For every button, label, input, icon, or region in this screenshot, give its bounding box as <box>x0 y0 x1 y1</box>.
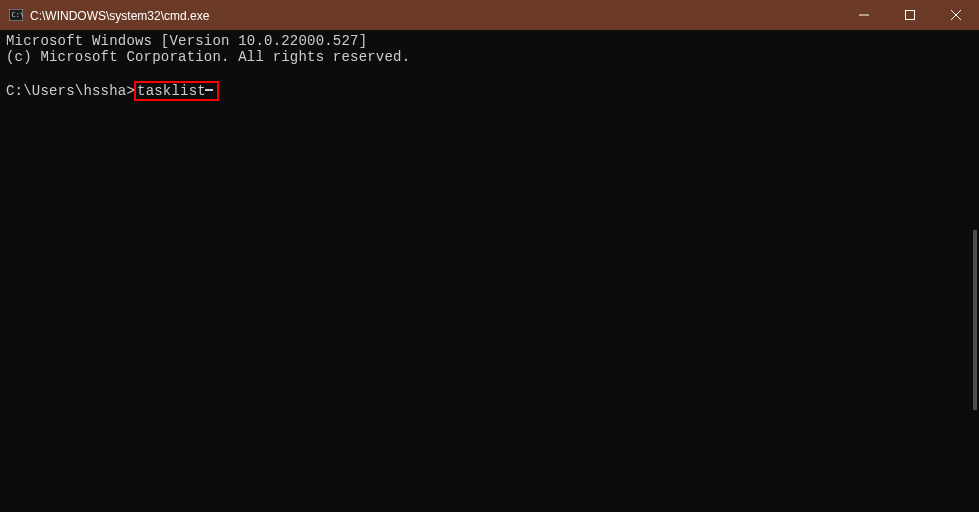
minimize-button[interactable] <box>841 0 887 30</box>
maximize-button[interactable] <box>887 0 933 30</box>
command-highlight: tasklist <box>134 81 219 101</box>
blank-line <box>6 65 973 81</box>
version-line: Microsoft Windows [Version 10.0.22000.52… <box>6 33 973 49</box>
titlebar[interactable]: C:\ C:\WINDOWS\system32\cmd.exe <box>0 0 979 30</box>
scrollbar[interactable] <box>972 30 978 511</box>
svg-text:C:\: C:\ <box>12 11 24 19</box>
terminal-body[interactable]: Microsoft Windows [Version 10.0.22000.52… <box>0 30 979 512</box>
window-controls <box>841 0 979 30</box>
scrollbar-thumb[interactable] <box>973 230 977 410</box>
cmd-window: C:\ C:\WINDOWS\system32\cmd.exe <box>0 0 979 512</box>
prompt-text: C:\Users\hssha> <box>6 83 135 99</box>
window-title: C:\WINDOWS\system32\cmd.exe <box>30 8 841 23</box>
prompt-line: C:\Users\hssha>tasklist <box>6 81 973 101</box>
close-button[interactable] <box>933 0 979 30</box>
cursor <box>205 89 213 91</box>
copyright-line: (c) Microsoft Corporation. All rights re… <box>6 49 973 65</box>
svg-rect-3 <box>906 11 915 20</box>
cmd-icon: C:\ <box>8 7 24 23</box>
command-text: tasklist <box>137 83 206 99</box>
